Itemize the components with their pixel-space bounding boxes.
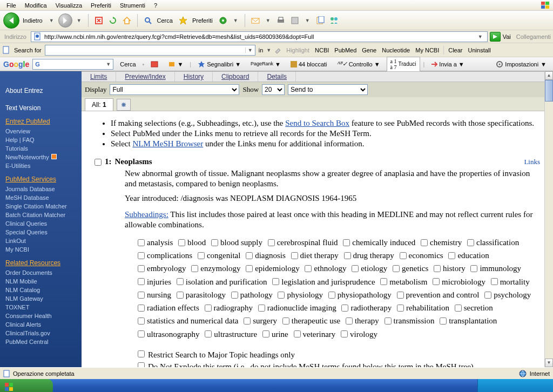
menu-edit[interactable]: Modifica	[21, 1, 51, 10]
subheading-item[interactable]: ultrasonography	[138, 328, 199, 341]
subheading-item[interactable]: chemically induced	[343, 236, 415, 249]
menu-favorites[interactable]: Preferiti	[86, 1, 116, 10]
subheading-checkbox[interactable]	[177, 292, 184, 299]
subheading-checkbox[interactable]	[341, 330, 348, 337]
subheading-checkbox[interactable]	[138, 278, 145, 285]
sendto-select[interactable]: Send to	[288, 84, 368, 95]
subheading-item[interactable]: enzymology	[191, 262, 240, 275]
searchfor-dropdown[interactable]: ▼	[245, 48, 255, 53]
sidebar-item[interactable]: Journals Database	[5, 185, 82, 193]
sidebar-head-entrez[interactable]: Entrez PubMed	[5, 118, 82, 125]
subheading-checkbox[interactable]	[380, 278, 387, 285]
subheading-item[interactable]: physiology	[278, 289, 323, 301]
subheading-checkbox[interactable]	[305, 265, 312, 272]
forward-dropdown[interactable]: ▼	[75, 18, 84, 23]
subheading-checkbox[interactable]	[440, 317, 447, 325]
sidebar-item[interactable]: LinkOut	[5, 236, 82, 245]
subheading-checkbox[interactable]	[344, 252, 351, 259]
sidebar-item[interactable]: MeSH Database	[5, 193, 82, 202]
subheading-item[interactable]: classification	[467, 236, 519, 249]
subheading-item[interactable]: chemistry	[421, 236, 462, 249]
nav-nucleotide[interactable]: Nucleotide	[381, 47, 411, 53]
subheading-checkbox[interactable]	[448, 252, 455, 259]
tab-preview[interactable]: Preview/Index	[116, 72, 174, 82]
subheading-checkbox[interactable]	[291, 252, 298, 259]
subheading-checkbox[interactable]	[393, 265, 400, 272]
subheading-item[interactable]: surgery	[244, 315, 277, 327]
subheading-checkbox[interactable]	[346, 317, 353, 325]
subheadings-link[interactable]: Subheadings:	[125, 210, 168, 219]
subheading-checkbox[interactable]	[198, 252, 205, 259]
subheading-item[interactable]: complications	[138, 249, 192, 262]
subheading-checkbox[interactable]	[138, 330, 145, 337]
subheading-item[interactable]: isolation and purification	[177, 276, 267, 288]
subheading-checkbox[interactable]	[352, 265, 359, 272]
subheading-checkbox[interactable]	[211, 239, 218, 246]
subheading-item[interactable]: transplantation	[440, 315, 497, 327]
settings-icon[interactable]	[117, 99, 131, 111]
subheading-checkbox[interactable]	[470, 265, 477, 272]
subheading-checkbox[interactable]	[328, 292, 335, 299]
subheading-checkbox[interactable]	[138, 265, 145, 272]
subheading-checkbox[interactable]	[400, 252, 407, 259]
subheading-checkbox[interactable]	[268, 239, 275, 246]
subheading-item[interactable]: virology	[341, 328, 377, 341]
back-dropdown[interactable]: ▼	[47, 18, 56, 23]
subheading-checkbox[interactable]	[467, 239, 474, 246]
nav-myncbi[interactable]: My NCBI	[414, 47, 440, 53]
subheading-checkbox[interactable]	[138, 239, 145, 246]
display-select[interactable]: Full	[110, 84, 239, 95]
sidebar-item[interactable]: My NCBI	[5, 245, 82, 254]
show-select[interactable]: 20	[262, 84, 285, 95]
forward-button[interactable]	[58, 13, 72, 28]
media-icon[interactable]	[217, 15, 229, 26]
subheading-item[interactable]: statistics and numerical data	[138, 315, 239, 327]
tab-limits[interactable]: Limits	[82, 72, 116, 82]
google-translate[interactable]: a 1à 7Traduci	[387, 57, 420, 72]
sidebar-item[interactable]: Tutorials	[5, 144, 82, 153]
do-not-explode[interactable]: Do Not Explode this term (i.e., do not i…	[138, 361, 540, 367]
system-tray[interactable]	[477, 379, 553, 392]
google-sendto[interactable]: Invia a▼	[428, 60, 467, 69]
subheading-item[interactable]: legislation and jurisprudence	[272, 276, 375, 288]
sidebar-item[interactable]: Single Citation Matcher	[5, 202, 82, 211]
links-toolbar[interactable]: Collegamenti	[516, 33, 551, 40]
subheading-item[interactable]: ultrastructure	[205, 328, 257, 341]
sidebar-item[interactable]: Overview	[5, 127, 82, 136]
start-button[interactable]	[0, 379, 53, 392]
subheading-item[interactable]: cerebrospinal fluid	[268, 236, 338, 249]
tab-clipboard[interactable]: Clipboard	[213, 72, 258, 82]
all-tab[interactable]: All: 1	[85, 98, 113, 111]
sidebar-about[interactable]: About Entrez	[5, 86, 82, 95]
subheading-item[interactable]: ethnology	[305, 262, 346, 275]
subheading-item[interactable]: radiotherapy	[341, 302, 392, 314]
sidebar-item[interactable]: Special Queries	[5, 228, 82, 236]
subheading-item[interactable]: secretion	[455, 302, 493, 314]
subheading-checkbox[interactable]	[282, 317, 289, 325]
subheading-item[interactable]: blood supply	[211, 236, 262, 249]
sidebar-text-version[interactable]: Text Version	[5, 104, 82, 112]
menu-view[interactable]: Visualizza	[51, 1, 86, 10]
subheading-checkbox[interactable]	[138, 305, 145, 312]
subheading-item[interactable]: radiation effects	[138, 302, 199, 314]
sidebar-item[interactable]: PubMed Central	[5, 337, 82, 346]
restrict-major-topic[interactable]: Restrict Search to Major Topic headings …	[138, 349, 540, 361]
subheading-checkbox[interactable]	[434, 265, 441, 272]
subheading-item[interactable]: genetics	[393, 262, 428, 275]
subheading-item[interactable]: physiopathology	[328, 289, 392, 301]
subheading-item[interactable]: analysis	[138, 236, 173, 249]
subheading-checkbox[interactable]	[491, 278, 498, 285]
scroll-down-icon[interactable]: ▼	[545, 359, 553, 367]
sidebar-item[interactable]: ClinicalTrials.gov	[5, 329, 82, 337]
google-spellcheck[interactable]: ᴬᴮ✓Controllo▼	[334, 59, 383, 69]
result-links-menu[interactable]: Links	[524, 158, 540, 166]
subheading-checkbox[interactable]	[272, 278, 279, 285]
subheading-checkbox[interactable]	[231, 292, 238, 299]
google-search-input[interactable]: G ▼	[32, 59, 113, 70]
subheading-item[interactable]: radiography	[205, 302, 253, 314]
nav-gene[interactable]: Gene	[361, 47, 377, 53]
subheading-item[interactable]: rehabilitation	[397, 302, 449, 314]
subheading-item[interactable]: transmission	[385, 315, 435, 327]
google-blocked[interactable]: 44 bloccati	[287, 60, 331, 69]
subheading-item[interactable]: urine	[262, 328, 288, 341]
